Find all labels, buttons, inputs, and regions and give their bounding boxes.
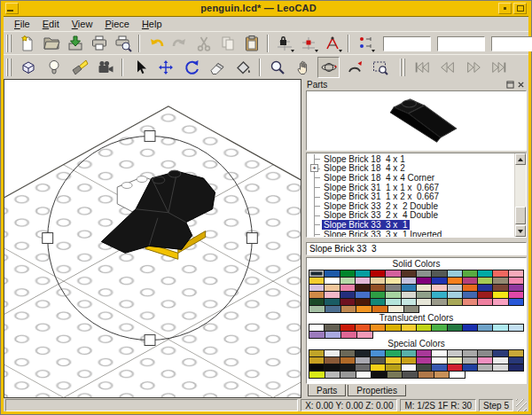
transform-button[interactable] — [354, 33, 376, 54]
rotate-view-button[interactable] — [317, 57, 340, 78]
paint-button[interactable] — [231, 57, 254, 78]
tree-connector — [307, 183, 322, 192]
toolbar-handle[interactable] — [6, 35, 12, 52]
resize-grip[interactable] — [516, 399, 527, 411]
expand-icon[interactable]: + — [310, 164, 318, 172]
axes-button[interactable] — [321, 33, 343, 54]
color-swatch[interactable] — [434, 371, 450, 379]
part-filter-input[interactable] — [306, 242, 527, 255]
color-swatch[interactable] — [340, 305, 357, 313]
menu-file[interactable]: File — [9, 18, 35, 30]
tree-item[interactable]: +Slope Brick 18 4 x 2 — [307, 164, 514, 174]
color-swatch[interactable] — [356, 371, 372, 379]
select-button[interactable] — [129, 57, 151, 78]
tree-item-label: Slope Brick 33 3 x 1 — [322, 220, 410, 230]
scrollbar-trough[interactable] — [515, 165, 526, 225]
toolbar-separator — [348, 35, 349, 52]
undo-button[interactable] — [145, 33, 167, 54]
tab-properties[interactable]: Properties — [348, 385, 406, 396]
minimize-button[interactable] — [498, 3, 512, 14]
color-swatch[interactable] — [387, 371, 403, 379]
rotation-handle-right[interactable] — [246, 233, 257, 244]
paste-button[interactable] — [240, 33, 262, 54]
menu-view[interactable]: View — [66, 18, 98, 30]
next-step-button[interactable] — [462, 57, 484, 78]
maximize-button[interactable] — [513, 3, 527, 14]
scroll-down-button[interactable] — [515, 225, 526, 237]
tree-item[interactable]: Slope Brick 31 1 x 1 x 0.667 — [307, 183, 514, 192]
pan-button[interactable] — [292, 57, 314, 78]
snap-angle-button[interactable] — [297, 33, 319, 54]
tree-item[interactable]: Slope Brick 33 3 x 1 — [307, 220, 514, 230]
title-bar[interactable]: penguin.lcd* — LeoCAD — [4, 1, 528, 16]
rotation-handle-bottom[interactable] — [145, 335, 155, 346]
prev-step-button[interactable] — [436, 57, 458, 78]
color-swatch[interactable] — [418, 371, 434, 379]
save-button[interactable] — [64, 33, 86, 54]
color-swatch[interactable] — [356, 331, 373, 339]
camera-button[interactable] — [94, 57, 116, 78]
color-swatch[interactable] — [309, 371, 325, 379]
rotation-handle-top[interactable] — [145, 131, 155, 142]
viewport-3d[interactable] — [4, 79, 301, 398]
toolbar-field-1[interactable] — [383, 36, 431, 51]
tree-item[interactable]: Slope Brick 33 2 x 4 Double — [307, 211, 514, 221]
rotate-button[interactable] — [180, 57, 202, 78]
menu-edit[interactable]: Edit — [37, 18, 65, 30]
roll-button[interactable] — [343, 57, 365, 78]
scrollbar-thumb[interactable] — [515, 207, 526, 224]
parts-list-scrollbar[interactable] — [514, 153, 526, 237]
tree-item[interactable]: Slope Brick 33 3 x 1 Inverted — [307, 230, 514, 237]
tree-item[interactable]: Slope Brick 33 2 x 2 Double — [307, 201, 514, 211]
toolbar-handle[interactable] — [6, 59, 12, 76]
color-swatch[interactable] — [449, 371, 466, 379]
color-swatch[interactable] — [325, 305, 341, 313]
color-swatch[interactable] — [403, 305, 420, 313]
zoom-region-button[interactable] — [369, 57, 391, 78]
parts-tree[interactable]: Slope Brick 18 4 x 1+Slope Brick 18 4 x … — [307, 153, 514, 237]
color-swatch[interactable] — [387, 305, 404, 313]
menu-piece[interactable]: Piece — [99, 18, 135, 30]
parts-panel-caption[interactable]: Parts — [305, 79, 528, 90]
first-step-button[interactable] — [411, 57, 433, 78]
open-folder-button[interactable] — [40, 33, 62, 54]
float-panel-button[interactable] — [505, 80, 515, 90]
tab-parts[interactable]: Parts — [308, 384, 346, 396]
light-button[interactable] — [43, 57, 65, 78]
toolbar-field-2[interactable] — [437, 36, 485, 51]
new-document-button[interactable] — [16, 33, 38, 54]
toolbar-handle[interactable] — [400, 59, 406, 76]
part-preview[interactable] — [306, 90, 527, 151]
last-step-button[interactable] — [488, 57, 510, 78]
status-snap: M: 1/2S 1F R: 30 — [400, 399, 476, 411]
eraser-button[interactable] — [206, 57, 228, 78]
color-swatch[interactable] — [325, 371, 341, 379]
color-swatch[interactable] — [372, 305, 388, 313]
move-button[interactable] — [154, 57, 176, 78]
color-swatch[interactable] — [371, 371, 387, 379]
close-panel-button[interactable] — [515, 80, 526, 90]
snap-move-button[interactable] — [273, 33, 295, 54]
menu-help[interactable]: Help — [137, 18, 168, 30]
tree-item[interactable]: Slope Brick 18 4 x 1 — [307, 154, 514, 164]
scroll-up-button[interactable] — [515, 153, 526, 165]
select-icon — [131, 59, 149, 76]
color-swatch[interactable] — [356, 305, 372, 313]
color-swatch[interactable] — [309, 331, 325, 339]
zoom-button[interactable] — [266, 57, 288, 78]
color-swatch[interactable] — [325, 331, 341, 339]
color-swatch[interactable] — [340, 331, 357, 339]
color-swatch[interactable] — [340, 371, 356, 379]
tree-item[interactable]: Slope Brick 31 1 x 2 x 0.667 — [307, 192, 514, 201]
eraser-icon — [208, 59, 226, 76]
spotlight-button[interactable] — [68, 57, 90, 78]
window-menu-button[interactable] — [5, 3, 19, 14]
print-preview-button[interactable] — [112, 33, 134, 54]
tree-item[interactable]: Slope Brick 18 4 x 4 Corner — [307, 173, 514, 183]
rotation-handle-left[interactable] — [43, 233, 53, 244]
brick-button[interactable] — [17, 57, 39, 78]
print-button[interactable] — [88, 33, 110, 54]
color-swatch[interactable] — [309, 305, 325, 313]
color-swatch[interactable] — [402, 371, 419, 379]
toolbar-field-3[interactable] — [491, 36, 532, 51]
